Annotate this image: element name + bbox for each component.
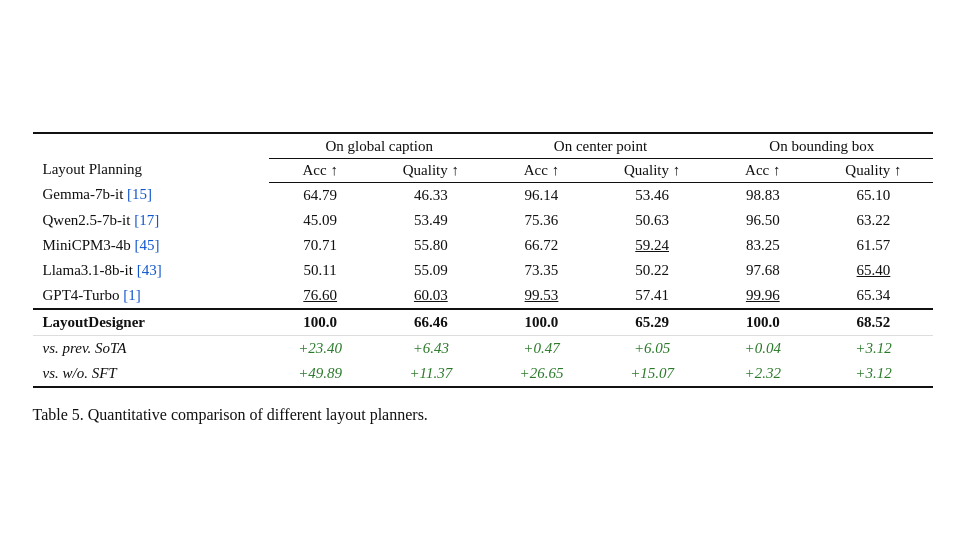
comparison-row-sota: vs. prev. SoTA +23.40 +6.43 +0.47 +6.05 … bbox=[33, 335, 933, 361]
cell-underlined: 60.03 bbox=[414, 287, 448, 303]
cell: 76.60 bbox=[269, 283, 372, 309]
cell: 60.03 bbox=[372, 283, 490, 309]
cell: 75.36 bbox=[490, 208, 593, 233]
cell: 50.63 bbox=[593, 208, 711, 233]
subheader-cp-qual: Quality ↑ bbox=[593, 158, 711, 182]
table-row: GPT4-Turbo [1] 76.60 60.03 99.53 57.41 9… bbox=[33, 283, 933, 309]
subheader-bb-qual: Quality ↑ bbox=[814, 158, 932, 182]
cell: 99.96 bbox=[711, 283, 814, 309]
group-header-global: On global caption bbox=[269, 133, 490, 159]
model-name: Qwen2.5-7b-it [17] bbox=[33, 208, 269, 233]
cell: 98.83 bbox=[711, 182, 814, 208]
comparison-cell: +6.43 bbox=[372, 335, 490, 361]
cell-bold: 100.0 bbox=[269, 309, 372, 336]
cell: 50.11 bbox=[269, 258, 372, 283]
cell: 55.09 bbox=[372, 258, 490, 283]
table-row: Qwen2.5-7b-it [17] 45.09 53.49 75.36 50.… bbox=[33, 208, 933, 233]
cell: 53.46 bbox=[593, 182, 711, 208]
cell-bold: 65.29 bbox=[593, 309, 711, 336]
subheader-gc-qual: Quality ↑ bbox=[372, 158, 490, 182]
cell: 96.14 bbox=[490, 182, 593, 208]
group-header-center: On center point bbox=[490, 133, 711, 159]
cell: 63.22 bbox=[814, 208, 932, 233]
cell-underlined: 65.40 bbox=[857, 262, 891, 278]
group-header-row: Layout Planning On global caption On cen… bbox=[33, 133, 933, 159]
cell: 50.22 bbox=[593, 258, 711, 283]
comparison-label: vs. prev. SoTA bbox=[33, 335, 269, 361]
comparison-cell: +0.04 bbox=[711, 335, 814, 361]
cell: 65.10 bbox=[814, 182, 932, 208]
comparison-cell: +15.07 bbox=[593, 361, 711, 387]
cell-underlined: 76.60 bbox=[303, 287, 337, 303]
cell: 70.71 bbox=[269, 233, 372, 258]
cell: 99.53 bbox=[490, 283, 593, 309]
model-name: Gemma-7b-it [15] bbox=[33, 182, 269, 208]
model-name: GPT4-Turbo [1] bbox=[33, 283, 269, 309]
cell-bold: 66.46 bbox=[372, 309, 490, 336]
cell: 83.25 bbox=[711, 233, 814, 258]
comparison-cell: +3.12 bbox=[814, 361, 932, 387]
comparison-cell: +26.65 bbox=[490, 361, 593, 387]
table-row: Llama3.1-8b-it [43] 50.11 55.09 73.35 50… bbox=[33, 258, 933, 283]
table-caption: Table 5. Quantitative comparison of diff… bbox=[33, 406, 933, 424]
comparison-row-sft: vs. w/o. SFT +49.89 +11.37 +26.65 +15.07… bbox=[33, 361, 933, 387]
cell: 73.35 bbox=[490, 258, 593, 283]
comparison-cell: +0.47 bbox=[490, 335, 593, 361]
cell: 97.68 bbox=[711, 258, 814, 283]
comparison-cell: +6.05 bbox=[593, 335, 711, 361]
cell: 55.80 bbox=[372, 233, 490, 258]
page-container: Layout Planning On global caption On cen… bbox=[33, 132, 933, 424]
comparison-cell: +49.89 bbox=[269, 361, 372, 387]
table-row: Gemma-7b-it [15] 64.79 46.33 96.14 53.46… bbox=[33, 182, 933, 208]
model-name: Llama3.1-8b-it [43] bbox=[33, 258, 269, 283]
ref-link: [45] bbox=[135, 237, 160, 253]
cell: 45.09 bbox=[269, 208, 372, 233]
cell-bold: 68.52 bbox=[814, 309, 932, 336]
cell: 53.49 bbox=[372, 208, 490, 233]
cell: 96.50 bbox=[711, 208, 814, 233]
comparison-cell: +3.12 bbox=[814, 335, 932, 361]
layout-designer-row: LayoutDesigner 100.0 66.46 100.0 65.29 1… bbox=[33, 309, 933, 336]
ref-link: [1] bbox=[123, 287, 141, 303]
ref-link: [17] bbox=[134, 212, 159, 228]
cell-bold: 100.0 bbox=[490, 309, 593, 336]
cell: 57.41 bbox=[593, 283, 711, 309]
comparison-label: vs. w/o. SFT bbox=[33, 361, 269, 387]
subheader-gc-acc: Acc ↑ bbox=[269, 158, 372, 182]
comparison-cell: +11.37 bbox=[372, 361, 490, 387]
model-name-bold: LayoutDesigner bbox=[33, 309, 269, 336]
ref-link: [15] bbox=[127, 186, 152, 202]
cell-underlined: 99.53 bbox=[525, 287, 559, 303]
cell: 65.40 bbox=[814, 258, 932, 283]
model-name: MiniCPM3-4b [45] bbox=[33, 233, 269, 258]
ref-link: [43] bbox=[137, 262, 162, 278]
table-title: Layout Planning bbox=[33, 133, 269, 183]
cell: 65.34 bbox=[814, 283, 932, 309]
cell-underlined: 99.96 bbox=[746, 287, 780, 303]
cell: 59.24 bbox=[593, 233, 711, 258]
cell-bold: 100.0 bbox=[711, 309, 814, 336]
group-header-bbox: On bounding box bbox=[711, 133, 932, 159]
cell: 61.57 bbox=[814, 233, 932, 258]
cell-underlined: 59.24 bbox=[635, 237, 669, 253]
results-table: Layout Planning On global caption On cen… bbox=[33, 132, 933, 388]
table-row: MiniCPM3-4b [45] 70.71 55.80 66.72 59.24… bbox=[33, 233, 933, 258]
cell: 46.33 bbox=[372, 182, 490, 208]
subheader-bb-acc: Acc ↑ bbox=[711, 158, 814, 182]
comparison-cell: +23.40 bbox=[269, 335, 372, 361]
cell: 64.79 bbox=[269, 182, 372, 208]
subheader-cp-acc: Acc ↑ bbox=[490, 158, 593, 182]
cell: 66.72 bbox=[490, 233, 593, 258]
comparison-cell: +2.32 bbox=[711, 361, 814, 387]
